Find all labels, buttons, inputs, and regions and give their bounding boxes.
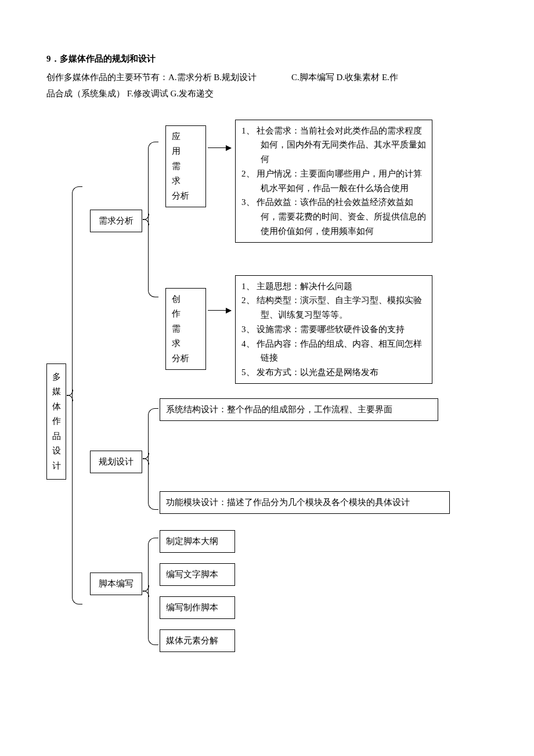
app-req-l3: 分析 xyxy=(172,191,189,200)
box-script-c: 编写制作脚本 xyxy=(160,596,235,620)
create-req-l3: 分析 xyxy=(172,354,189,363)
create-item: 3、 设施需求：需要哪些软硬件设备的支持 xyxy=(241,322,426,337)
node-create-req: 创 作 需 求 分析 xyxy=(165,288,206,370)
app-req-l1: 应 用 xyxy=(172,132,200,156)
section-heading: 9．多媒体作品的规划和设计 xyxy=(46,52,488,66)
root-char: 设 xyxy=(50,444,62,459)
app-item: 2、 用户情况：主要面向哪些用户，用户的计算机水平如何，作品一般在什么场合使用 xyxy=(241,167,426,196)
create-req-l1: 创 作 xyxy=(172,294,200,319)
brace-script xyxy=(148,538,158,645)
box-script-d: 媒体元素分解 xyxy=(160,629,235,653)
arrow-create xyxy=(208,310,231,311)
root-box: 多 媒 体 作 品 设 计 xyxy=(46,363,66,480)
app-req-l2: 需 求 xyxy=(172,161,200,186)
create-item: 4、 作品内容：作品的组成、内容、相互间怎样链接 xyxy=(241,337,426,366)
create-item: 1、 主题思想：解决什么问题 xyxy=(241,279,426,294)
brace-req xyxy=(148,142,158,297)
arrow-app xyxy=(208,147,231,148)
node-requirements: 需求分析 xyxy=(90,210,142,233)
create-req-l2: 需 求 xyxy=(172,324,200,348)
root-char: 体 xyxy=(50,399,62,415)
node-script: 脚本编写 xyxy=(90,573,142,596)
box-app-detail: 1、 社会需求：当前社会对此类作品的需求程度如何，国内外有无同类作品、其水平质量… xyxy=(235,120,432,243)
box-script-a: 制定脚本大纲 xyxy=(160,530,235,553)
intro-part-a: 创作多媒体作品的主要环节有：A.需求分析 B.规划设计 xyxy=(46,73,257,82)
app-item: 3、 作品效益：该作品的社会效益经济效益如何，需要花费的时间、资金、所提供信息的… xyxy=(241,195,426,238)
brace-plan xyxy=(148,408,158,510)
box-plan-a: 系统结构设计：整个作品的组成部分，工作流程、主要界面 xyxy=(160,398,438,422)
app-item: 1、 社会需求：当前社会对此类作品的需求程度如何，国内外有无同类作品、其水平质量… xyxy=(241,124,426,167)
root-char: 多 xyxy=(50,370,62,385)
brace-root xyxy=(72,186,82,604)
intro-text: 创作多媒体作品的主要环节有：A.需求分析 B.规划设计C.脚本编写 D.收集素材… xyxy=(46,69,488,102)
box-script-b: 编写文字脚本 xyxy=(160,563,235,586)
box-create-detail: 1、 主题思想：解决什么问题 2、 结构类型：演示型、自主学习型、模拟实验型、训… xyxy=(235,275,432,384)
intro-part-c: C.脚本编写 D.收集素材 E.作 xyxy=(291,73,398,82)
intro-line2: 品合成（系统集成） F.修改调试 G.发布递交 xyxy=(46,89,214,98)
diagram: 多 媒 体 作 品 设 计 需求分析 规划设计 脚本编写 应 用 需 求 分析 xyxy=(46,120,488,654)
box-plan-b: 功能模块设计：描述了作品分为几个模块及各个模块的具体设计 xyxy=(160,491,450,514)
create-item: 2、 结构类型：演示型、自主学习型、模拟实验型、训练复习型等等。 xyxy=(241,293,426,322)
node-app-req: 应 用 需 求 分析 xyxy=(165,125,206,208)
root-char: 媒 xyxy=(50,384,62,399)
root-char: 作 xyxy=(50,414,62,429)
node-planning: 规划设计 xyxy=(90,451,142,474)
root-char: 品 xyxy=(50,429,62,444)
create-item: 5、 发布方式：以光盘还是网络发布 xyxy=(241,365,426,380)
root-char: 计 xyxy=(50,459,62,474)
